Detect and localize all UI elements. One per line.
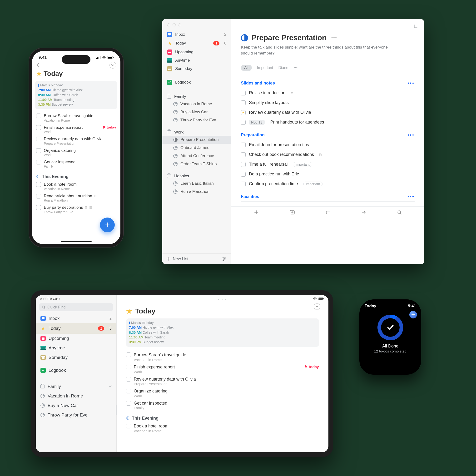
checkbox[interactable]	[36, 136, 41, 141]
sidebar-area-family[interactable]: Family	[36, 380, 116, 391]
sidebar-project[interactable]: Throw Party for Eve	[162, 116, 231, 124]
todo-item[interactable]: Read article about nutrition🗎 Run a Mara…	[36, 192, 116, 204]
collapse-button[interactable]	[109, 62, 116, 68]
settings-button[interactable]	[222, 257, 226, 261]
sidebar-anytime[interactable]: Anytime	[162, 56, 231, 65]
checkbox[interactable]	[36, 148, 41, 153]
tag-pill[interactable]: Important	[293, 162, 312, 167]
checkbox[interactable]	[36, 182, 41, 187]
checkbox[interactable]	[241, 120, 246, 125]
checkbox[interactable]	[126, 365, 131, 369]
sidebar-today[interactable]: ★ Today 1 8	[36, 323, 116, 334]
window-controls[interactable]	[162, 19, 231, 28]
sidebar-logbook[interactable]: Logbook	[36, 366, 116, 375]
todo-item[interactable]: Check out book recommendations🗎	[241, 150, 415, 159]
section-title[interactable]: Slides and notes	[241, 81, 275, 86]
sidebar-anytime[interactable]: Anytime	[36, 343, 116, 353]
todo-item[interactable]: Buy party decorations🗎☰ Throw Party for …	[36, 204, 116, 215]
new-list-button[interactable]: New List	[167, 256, 188, 261]
filter-tag[interactable]: Diane	[278, 66, 288, 70]
todo-item[interactable]: Revise introduction🗎	[241, 88, 415, 98]
checkbox[interactable]	[126, 353, 131, 357]
todo-item[interactable]: Email John for presentation tips	[241, 140, 415, 150]
toolbar-calendar[interactable]	[326, 210, 331, 214]
checkbox[interactable]	[126, 401, 131, 406]
sidebar-project[interactable]: Prepare Presentation	[162, 136, 231, 144]
sidebar-today[interactable]: ★ Today 1 8	[162, 39, 231, 48]
checkbox[interactable]: ★	[241, 110, 246, 115]
checkbox[interactable]	[126, 389, 131, 393]
sidebar-project[interactable]: Learn Basic Italian	[162, 179, 231, 187]
checkbox[interactable]	[36, 205, 41, 210]
section-menu[interactable]: •••	[408, 81, 415, 86]
filter-all[interactable]: All	[241, 65, 252, 71]
sidebar-project[interactable]: Vacation in Rome	[36, 391, 116, 401]
checkbox[interactable]	[241, 152, 246, 157]
todo-item[interactable]: Book a hotel room Vacation in Rome	[36, 181, 116, 192]
checkbox[interactable]	[241, 172, 246, 177]
home-indicator[interactable]	[61, 241, 92, 242]
checkbox[interactable]	[241, 182, 246, 186]
sidebar-project[interactable]: Throw Party for Eve	[36, 410, 116, 420]
todo-item[interactable]: Finish expense report Work⚑ today	[36, 124, 116, 135]
todo-item[interactable]: Nov 13Print handouts for attendees	[241, 117, 415, 127]
checkbox[interactable]	[241, 162, 246, 167]
filter-tag[interactable]: Important	[257, 66, 273, 70]
share-button[interactable]	[414, 23, 418, 28]
todo-item[interactable]: Confirm presentation timeImportant	[241, 179, 415, 189]
checkbox[interactable]	[36, 125, 41, 130]
section-title[interactable]: Facilities	[241, 194, 259, 199]
checkbox[interactable]	[241, 91, 246, 95]
todo-item[interactable]: Review quarterly data with Olivia Prepar…	[36, 135, 116, 147]
toolbar-new-todo[interactable]	[254, 210, 259, 215]
sidebar-inbox[interactable]: Inbox 2	[162, 30, 231, 39]
sidebar-area[interactable]: Family	[162, 92, 231, 100]
project-notes[interactable]: Keep the talk and slides simple: what ar…	[241, 45, 393, 56]
todo-item[interactable]: Time a full rehearsalImportant	[241, 159, 415, 169]
sidebar-project[interactable]: Run a Marathon	[162, 187, 231, 196]
calendar-events[interactable]: Marc's birthday 7:00 AMHit the gym with …	[35, 81, 117, 109]
project-menu-button[interactable]: •••	[331, 35, 337, 40]
section-menu[interactable]: •••	[408, 194, 415, 200]
todo-item[interactable]: Get car inspected Family	[36, 158, 116, 170]
todo-item[interactable]: Organize catering Work	[126, 387, 319, 399]
checkbox[interactable]	[36, 194, 41, 199]
checkbox[interactable]	[36, 114, 41, 118]
calendar-events[interactable]: Marc's birthday 7:00 AMHit the gym with …	[126, 319, 319, 347]
todo-item[interactable]: Simplify slide layouts	[241, 98, 415, 108]
todo-item[interactable]: Borrow Sarah's travel guide Vacation in …	[36, 112, 116, 123]
toolbar-new-heading[interactable]	[290, 210, 295, 215]
checkbox[interactable]	[241, 101, 246, 105]
todo-item[interactable]: Do a practice run with Eric	[241, 169, 415, 179]
toolbar-search[interactable]	[397, 210, 402, 214]
checkbox[interactable]	[241, 143, 246, 147]
quick-find-input[interactable]: Quick Find	[39, 303, 113, 311]
filter-more[interactable]: •••	[293, 66, 298, 70]
todo-item[interactable]: Organize catering Work	[36, 147, 116, 158]
section-menu[interactable]: •••	[408, 132, 415, 138]
sidebar-project[interactable]: Buy a New Car	[36, 401, 116, 410]
tag-pill[interactable]: Important	[303, 182, 323, 186]
sidebar-upcoming[interactable]: Upcoming	[162, 48, 231, 56]
checkbox[interactable]	[126, 377, 131, 381]
todo-item[interactable]: Finish expense report Work⚑ today	[126, 363, 319, 375]
todo-item[interactable]: Book a hotel room Vacation in Rome	[126, 422, 319, 434]
sidebar-project[interactable]: Order Team T-Shirts	[162, 160, 231, 168]
todo-item[interactable]: ★Review quarterly data with Olivia	[241, 108, 415, 117]
checkbox[interactable]	[36, 160, 41, 165]
sidebar-project[interactable]: Vacation in Rome	[162, 100, 231, 108]
todo-item[interactable]: Borrow Sarah's travel guide Vacation in …	[126, 351, 319, 363]
sidebar-project[interactable]: Buy a New Car	[162, 108, 231, 116]
sidebar-someday[interactable]: Someday	[36, 353, 116, 362]
collapse-button[interactable]	[314, 303, 320, 310]
checkbox[interactable]	[126, 424, 131, 428]
sidebar-project[interactable]: Attend Conference	[162, 152, 231, 160]
toolbar-move[interactable]	[361, 210, 366, 214]
todo-item[interactable]: Get car inspected Family	[126, 399, 319, 411]
watch-add-button[interactable]	[409, 311, 417, 319]
sidebar-project[interactable]: Onboard James	[162, 144, 231, 152]
new-todo-fab[interactable]	[100, 218, 115, 232]
back-button[interactable]	[36, 62, 40, 68]
sidebar-area[interactable]: Hobbies	[162, 171, 231, 179]
section-title[interactable]: Preparation	[241, 133, 265, 137]
